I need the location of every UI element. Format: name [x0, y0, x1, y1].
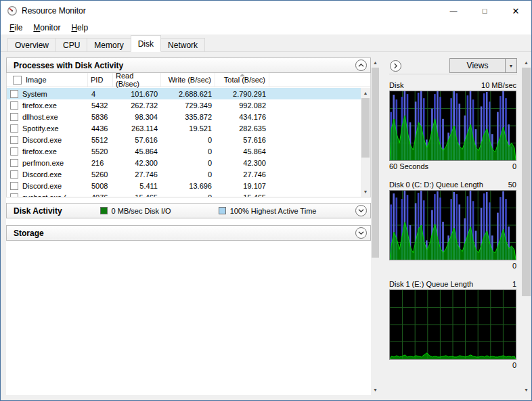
tab-overview[interactable]: Overview [7, 38, 56, 52]
tab-disk[interactable]: Disk [131, 35, 161, 52]
process-pid: 5008 [88, 180, 113, 191]
process-read: 262.732 [113, 99, 161, 111]
table-row[interactable]: perfmon.exe21642.300042.300 [7, 157, 361, 168]
column-header-image[interactable]: Image [7, 73, 88, 87]
scrollbar-track[interactable] [361, 98, 370, 187]
process-write: 13.696 [161, 180, 215, 191]
scroll-down-icon[interactable]: ▼ [371, 385, 380, 395]
expand-storage-button[interactable] [355, 227, 367, 239]
table-row[interactable]: firefox.exe5432262.732729.349992.082 [7, 99, 361, 111]
process-write: 0 [161, 168, 215, 180]
menu-file[interactable]: File [4, 22, 28, 34]
row-checkbox[interactable] [10, 193, 18, 197]
legend-item-disk-io: 0 MB/sec Disk I/O [100, 207, 171, 215]
table-row[interactable]: dllhost.exe583698.304335.872434.176 [7, 111, 361, 122]
row-checkbox[interactable] [10, 159, 18, 167]
sidebar-scrollbar[interactable]: ▲ ▼ [521, 57, 531, 395]
column-header-read[interactable]: Read (B/sec) [113, 73, 161, 87]
chart-section-2: Disk 1 (E:) Queue Length10 [389, 279, 517, 371]
scrollbar-thumb[interactable] [372, 68, 379, 258]
tab-bar: OverviewCPUMemoryDiskNetwork [1, 34, 531, 52]
maximize-button[interactable]: □ [469, 1, 500, 21]
row-checkbox[interactable] [10, 124, 18, 133]
close-button[interactable]: ✕ [500, 1, 531, 21]
process-pid: 4076 [88, 191, 113, 197]
scrollbar-track[interactable] [371, 68, 380, 385]
expand-disk-activity-button[interactable] [355, 205, 367, 216]
row-checkbox[interactable] [10, 136, 18, 144]
row-checkbox[interactable] [10, 182, 18, 190]
row-checkbox[interactable] [10, 147, 18, 156]
menu-help[interactable]: Help [66, 22, 93, 34]
process-image-name: Discord.exe [22, 136, 62, 144]
window-controls: — □ ✕ [438, 1, 531, 21]
minimize-button[interactable]: — [438, 1, 469, 21]
table-row[interactable]: System4101.6702.688.6212.790.291 [7, 88, 361, 99]
processes-panel-title: Processes with Disk Activity [14, 61, 123, 70]
chart-scale-label: 1 [512, 280, 516, 288]
process-read: 45.864 [113, 145, 161, 157]
process-read: 98.304 [113, 111, 161, 122]
scroll-down-icon[interactable]: ▼ [521, 385, 531, 395]
scroll-up-icon[interactable]: ▲ [361, 88, 370, 98]
processes-panel-header[interactable]: Processes with Disk Activity [6, 57, 371, 73]
column-header-pid[interactable]: PID [88, 73, 113, 87]
process-table: Image PID Read (B/sec) Write (B/sec) Tot… [6, 73, 371, 197]
process-total: 2.790.291 [215, 88, 269, 99]
content-area: Processes with Disk Activity Image PID R… [1, 52, 531, 400]
storage-header[interactable]: Storage [6, 225, 371, 241]
chart-bottom-right-label: 0 [512, 361, 516, 369]
chart-scale-label: 10 MB/sec [481, 81, 516, 89]
disk-activity-header[interactable]: Disk Activity 0 MB/sec Disk I/O 100% Hig… [6, 203, 371, 218]
process-total: 282.635 [215, 122, 269, 134]
chart-section-0: Disk10 MB/sec60 Seconds0 [389, 80, 517, 172]
process-write: 0 [161, 134, 215, 145]
tab-cpu[interactable]: CPU [56, 38, 87, 52]
row-checkbox[interactable] [10, 101, 18, 110]
scrollbar-thumb[interactable] [522, 68, 531, 296]
table-row[interactable]: Discord.exe50085.41113.69619.107 [7, 180, 361, 191]
table-row[interactable]: Discord.exe526027.746027.746 [7, 168, 361, 180]
menu-monitor[interactable]: Monitor [28, 22, 66, 34]
legend-swatch-blue [219, 207, 226, 214]
column-header-write[interactable]: Write (B/sec) [161, 73, 215, 87]
views-dropdown-arrow-icon[interactable]: ▼ [505, 59, 516, 72]
legend-label-active-time: 100% Highest Active Time [230, 207, 317, 215]
scroll-up-icon[interactable]: ▲ [371, 57, 380, 68]
process-read: 27.746 [113, 168, 161, 180]
process-total: 15.465 [215, 191, 269, 197]
process-image-name: svchost.exe ( [22, 193, 66, 197]
views-button[interactable]: Views ▼ [449, 58, 517, 73]
scrollbar-track[interactable] [521, 68, 531, 385]
table-row[interactable]: svchost.exe (407615.465015.465 [7, 191, 361, 197]
row-checkbox[interactable] [10, 113, 18, 121]
collapse-sidebar-button[interactable] [390, 60, 401, 72]
table-header-row: Image PID Read (B/sec) Write (B/sec) Tot… [7, 73, 370, 87]
views-label: Views [450, 59, 505, 72]
process-pid: 5512 [88, 134, 113, 145]
table-row[interactable]: firefox.exe552045.864045.864 [7, 145, 361, 157]
scrollbar-thumb[interactable] [361, 98, 370, 158]
process-write: 0 [161, 145, 215, 157]
tab-network[interactable]: Network [160, 38, 205, 52]
column-header-total[interactable]: Total (B/sec) [215, 73, 269, 87]
tab-memory[interactable]: Memory [87, 38, 131, 52]
scroll-down-icon[interactable]: ▼ [361, 187, 370, 197]
resource-monitor-window: Resource Monitor — □ ✕ FileMonitorHelp O… [0, 0, 532, 401]
chart-bottom-right-label: 0 [512, 262, 516, 270]
process-total: 19.107 [215, 180, 269, 191]
collapse-processes-button[interactable] [355, 60, 367, 71]
main-scrollbar[interactable]: ▲ ▼ [371, 57, 380, 395]
process-pid: 5836 [88, 111, 113, 122]
row-checkbox[interactable] [10, 90, 18, 98]
table-scrollbar[interactable]: ▲ ▼ [361, 88, 370, 197]
table-row[interactable]: Spotify.exe4436263.11419.521282.635 [7, 122, 361, 134]
process-total: 57.616 [215, 134, 269, 145]
row-checkbox[interactable] [10, 170, 18, 179]
legend-item-active-time: 100% Highest Active Time [219, 207, 317, 215]
select-all-checkbox[interactable] [13, 76, 22, 85]
process-pid: 5260 [88, 168, 113, 180]
process-image-name: perfmon.exe [22, 159, 64, 167]
table-row[interactable]: Discord.exe551257.616057.616 [7, 134, 361, 145]
scroll-up-icon[interactable]: ▲ [521, 57, 531, 68]
